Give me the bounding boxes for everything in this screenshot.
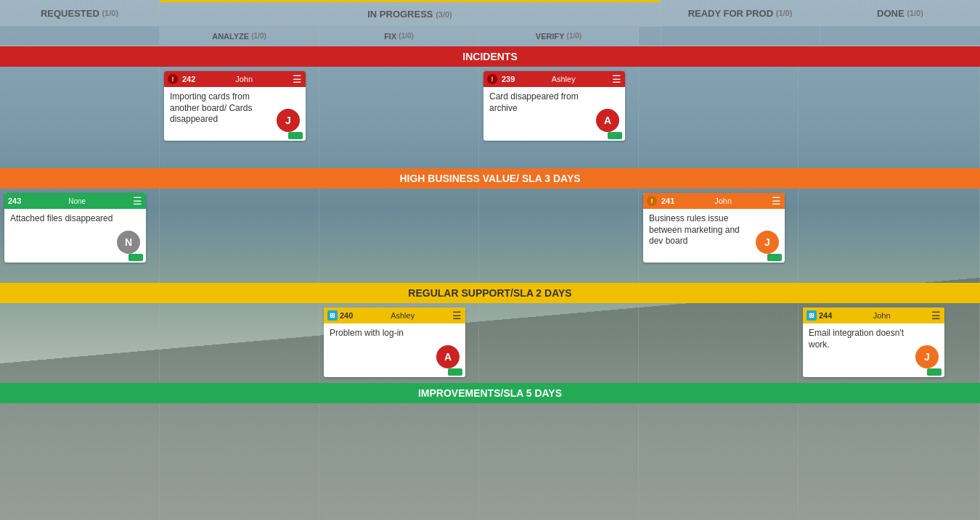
card-240-header: ⊞ 240 Ashley ☰ xyxy=(324,308,465,323)
card-244-body: Email integration doesn't work. J xyxy=(803,323,944,367)
card-239-avatar: A xyxy=(596,109,619,132)
swimlane-incidents: INCIDENTS ! 242 John xyxy=(0,46,980,168)
analyze-subheader: ANALYZE (1/0) xyxy=(160,27,319,45)
improvements-done-cell xyxy=(799,403,980,520)
header-bottom-row: ANALYZE (1/0) FIX (1/0) VERIFY (1/0) xyxy=(0,26,980,46)
card-241-body: Business rules issue between marketing a… xyxy=(643,209,785,252)
regular-done-cell: ⊞ 244 John ☰ Email integration doesn't w… xyxy=(799,303,980,383)
swimlane-highbv: HIGH BUSINESS VALUE/ SLA 3 DAYS 243 None… xyxy=(0,168,980,283)
col-requested-header: REQUESTED (1/0) xyxy=(0,0,160,26)
card-242-footer xyxy=(164,131,306,141)
done-count: (1/0) xyxy=(907,9,923,17)
card-240-tag xyxy=(448,368,462,376)
card-244-header: ⊞ 244 John ☰ xyxy=(803,308,944,323)
highbv-verify-cell xyxy=(479,189,639,283)
ready-label: READY FOR PROD xyxy=(688,8,774,19)
card-243-avatar: N xyxy=(117,231,140,254)
card-240: ⊞ 240 Ashley ☰ Problem with log-in A xyxy=(324,308,465,377)
highbv-fix-cell xyxy=(319,189,479,283)
card-242-menu-icon[interactable]: ☰ xyxy=(293,73,302,85)
regular-analyze-cell xyxy=(160,303,319,383)
incidents-done-cell xyxy=(799,67,980,168)
card-240-type-icon: ⊞ xyxy=(327,310,338,321)
card-242-assignee: John xyxy=(235,75,253,83)
card-242: ! 242 John ☰ Importing cards from anothe… xyxy=(164,71,306,141)
in-progress-count: (3/0) xyxy=(436,10,452,19)
highbv-done-cell xyxy=(799,189,980,283)
regular-body: ⊞ 240 Ashley ☰ Problem with log-in A xyxy=(0,303,980,383)
card-243-header: 243 None ☰ xyxy=(4,193,146,209)
requested-count: (1/0) xyxy=(102,9,118,17)
incidents-fix-cell xyxy=(319,67,479,168)
improvements-requested-cell xyxy=(0,403,160,520)
card-243-none-badge: None xyxy=(65,197,89,206)
improvements-header: IMPROVEMENTS/SLA 5 DAYS xyxy=(0,383,980,403)
regular-header: REGULAR SUPPORT/SLA 2 DAYS xyxy=(0,283,980,303)
col-in-progress-header: IN PROGRESS (3/0) xyxy=(160,0,661,26)
card-239-id: 239 xyxy=(502,75,515,83)
card-243-id: 243 xyxy=(8,197,21,205)
card-243-footer xyxy=(4,252,146,263)
card-240-footer xyxy=(324,367,465,377)
card-241-type-icon: ! xyxy=(647,196,657,206)
card-244-avatar: J xyxy=(915,345,939,368)
swimlanes-area: INCIDENTS ! 242 John xyxy=(0,46,980,520)
incidents-ready-cell xyxy=(639,67,799,168)
card-239-type-icon: ! xyxy=(487,74,497,84)
card-242-header: ! 242 John ☰ xyxy=(164,71,306,87)
incidents-requested-cell xyxy=(0,67,160,168)
card-239-menu-icon[interactable]: ☰ xyxy=(612,73,621,85)
incidents-header: INCIDENTS xyxy=(0,46,980,67)
card-241-menu-icon[interactable]: ☰ xyxy=(772,195,781,207)
regular-ready-cell xyxy=(639,303,799,383)
regular-verify-cell xyxy=(479,303,639,383)
board-content: REQUESTED (1/0) IN PROGRESS (3/0) READY … xyxy=(0,0,980,520)
card-244-assignee: John xyxy=(873,311,891,320)
in-progress-label: IN PROGRESS xyxy=(367,9,433,20)
regular-requested-cell xyxy=(0,303,160,383)
card-239-footer xyxy=(483,131,625,141)
fix-subheader: FIX (1/0) xyxy=(319,27,479,45)
card-244-menu-icon[interactable]: ☰ xyxy=(931,310,941,321)
sub-header-row: ANALYZE (1/0) FIX (1/0) VERIFY (1/0) xyxy=(160,26,661,45)
swimlane-improvements: IMPROVEMENTS/SLA 5 DAYS xyxy=(0,383,980,520)
card-242-id: 242 xyxy=(182,75,195,83)
kanban-board: REQUESTED (1/0) IN PROGRESS (3/0) READY … xyxy=(0,0,980,520)
incidents-analyze-cell: ! 242 John ☰ Importing cards from anothe… xyxy=(160,67,319,168)
card-239-body: Card disappeared from archive A xyxy=(483,87,625,131)
card-242-avatar: J xyxy=(277,109,300,132)
done-label: DONE xyxy=(877,8,905,19)
requested-label: REQUESTED xyxy=(41,8,99,19)
card-244-id: 244 xyxy=(819,311,832,320)
card-241-assignee: John xyxy=(714,197,732,205)
card-244-tag xyxy=(927,368,942,376)
card-242-type-icon: ! xyxy=(168,74,178,84)
highbv-analyze-cell xyxy=(160,189,319,283)
card-240-menu-icon[interactable]: ☰ xyxy=(452,310,462,321)
card-243-menu-icon[interactable]: ☰ xyxy=(133,195,142,207)
card-240-body: Problem with log-in A xyxy=(324,323,465,367)
highbv-requested-cell: 243 None ☰ Attached files disappeared N xyxy=(0,189,160,283)
card-243-body: Attached files disappeared N xyxy=(4,209,146,252)
card-244-footer xyxy=(803,367,944,377)
card-239-header: ! 239 Ashley ☰ xyxy=(483,71,625,87)
regular-fix-cell: ⊞ 240 Ashley ☰ Problem with log-in A xyxy=(319,303,479,383)
card-240-assignee: Ashley xyxy=(391,311,415,320)
verify-subheader: VERIFY (1/0) xyxy=(479,27,639,45)
card-239-tag xyxy=(608,132,622,139)
card-242-tag xyxy=(288,132,303,139)
col-ready-header: READY FOR PROD (1/0) xyxy=(661,0,820,26)
card-239: ! 239 Ashley ☰ Card disappeared from arc… xyxy=(483,71,625,141)
card-241-id: 241 xyxy=(661,197,674,205)
card-241-header: ! 241 John ☰ xyxy=(643,193,785,209)
highbv-header: HIGH BUSINESS VALUE/ SLA 3 DAYS xyxy=(0,168,980,189)
card-239-assignee: Ashley xyxy=(552,75,576,83)
card-244: ⊞ 244 John ☰ Email integration doesn't w… xyxy=(803,308,944,377)
card-243-tag xyxy=(128,254,143,261)
card-240-id: 240 xyxy=(340,311,353,320)
highbv-ready-cell: ! 241 John ☰ Business rules issue betwee… xyxy=(639,189,799,283)
card-241-avatar: J xyxy=(756,231,779,254)
improvements-fix-cell xyxy=(319,403,479,520)
improvements-analyze-cell xyxy=(160,403,319,520)
card-241: ! 241 John ☰ Business rules issue betwee… xyxy=(643,193,785,263)
